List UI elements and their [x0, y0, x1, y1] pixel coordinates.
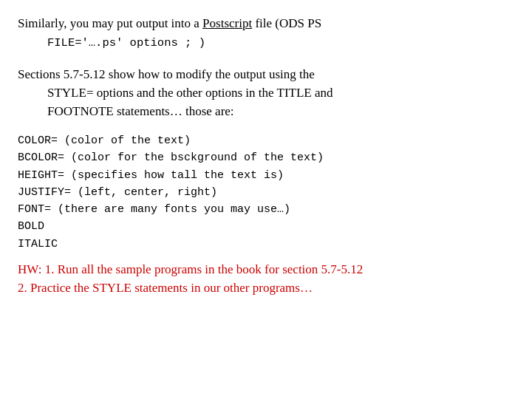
hw-line-1: HW: 1. Run all the sample programs in th…: [18, 260, 514, 279]
line-sections-3: FOOTNOTE statements… those are:: [47, 103, 514, 121]
text-postscript: Postscript: [202, 16, 252, 30]
section-similarly: Similarly, you may put output into a Pos…: [18, 15, 514, 51]
code-line-bcolor: BCOLOR= (color for the bsckground of the…: [18, 149, 514, 166]
code-height-text: HEIGHT= (specifies how tall the text is): [18, 169, 284, 182]
text-sections-1: Sections 5.7-5.12 show how to modify the…: [18, 67, 315, 81]
code-line-font: FONT= (there are many fonts you may use……: [18, 201, 514, 218]
hw-block: HW: 1. Run all the sample programs in th…: [18, 260, 514, 298]
code-italic-text: ITALIC: [18, 238, 58, 250]
code-bcolor-suffix: of the text): [237, 151, 324, 164]
code-line-italic: ITALIC: [18, 236, 514, 253]
hw-text-2: 2. Practice the STYLE statements in our …: [18, 281, 313, 295]
line-sections-1: Sections 5.7-5.12 show how to modify the…: [18, 66, 514, 84]
code-justify-text: JUSTIFY= (left, center, right): [18, 186, 217, 199]
hw-line-2: 2. Practice the STYLE statements in our …: [18, 279, 514, 298]
text-file-option: FILE='….ps' options ; ): [47, 36, 205, 50]
line-similarly-1: Similarly, you may put output into a Pos…: [18, 15, 514, 33]
code-bcolor-prefix: BCOLOR= (color for the: [18, 151, 171, 164]
code-font-text: FONT= (there are many fonts you may use……: [18, 203, 290, 216]
code-color-text: COLOR= (color of the text): [18, 134, 191, 147]
section-5-7: Sections 5.7-5.12 show how to modify the…: [18, 66, 514, 120]
hw-text-1: HW: 1. Run all the sample programs in th…: [18, 262, 363, 276]
code-line-justify: JUSTIFY= (left, center, right): [18, 184, 514, 201]
line-similarly-2: FILE='….ps' options ; ): [47, 33, 514, 52]
text-sections-3: FOOTNOTE statements… those are:: [47, 104, 234, 118]
code-line-bold: BOLD: [18, 218, 514, 235]
code-line-height: HEIGHT= (specifies how tall the text is): [18, 167, 514, 184]
code-block: COLOR= (color of the text) BCOLOR= (colo…: [18, 132, 514, 253]
text-similarly: Similarly, you may put output into a: [18, 16, 202, 30]
page: Similarly, you may put output into a Pos…: [0, 0, 532, 399]
code-bcolor-underline: bsckground: [171, 151, 237, 164]
text-sections-2: STYLE= options and the other options in …: [47, 86, 333, 100]
code-line-color: COLOR= (color of the text): [18, 132, 514, 149]
code-bold-text: BOLD: [18, 220, 44, 233]
text-similarly-b: file (ODS PS: [252, 16, 321, 30]
line-sections-2: STYLE= options and the other options in …: [47, 84, 514, 103]
